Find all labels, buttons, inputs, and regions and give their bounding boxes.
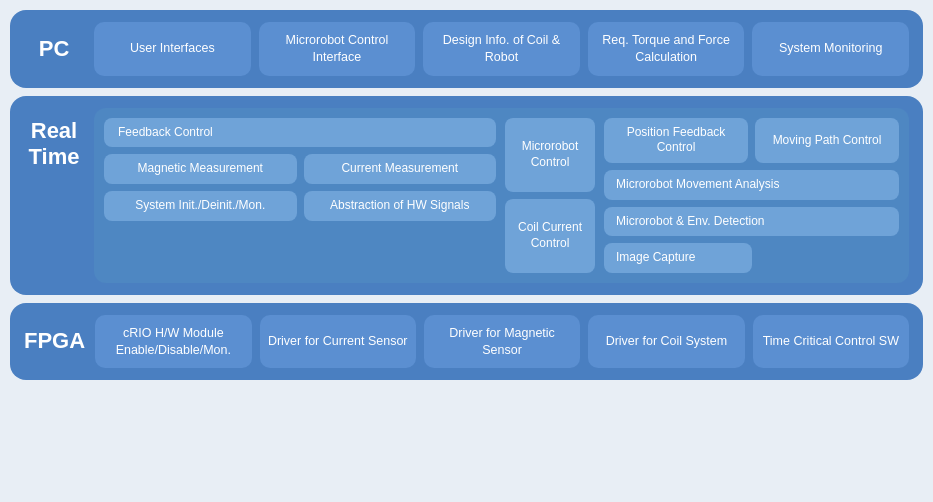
rt-row2: Magnetic Measurement Current Measurement <box>104 154 496 184</box>
rt-right: Position Feedback Control Moving Path Co… <box>604 118 899 273</box>
pc-content: User Interfaces Microrobot Control Inter… <box>94 22 909 76</box>
fpga-box-driver-coil: Driver for Coil System <box>588 315 744 369</box>
rt-row3: System Init./Deinit./Mon. Abstraction of… <box>104 191 496 221</box>
pc-box-design-info: Design Info. of Coil & Robot <box>423 22 580 76</box>
fpga-layer: FPGA cRIO H/W Module Enable/Disable/Mon.… <box>10 303 923 381</box>
pc-label: PC <box>24 22 84 76</box>
rt-microrobot-control: Microrobot Control <box>505 118 595 192</box>
rt-magnetic: Magnetic Measurement <box>104 154 297 184</box>
realtime-inner: Feedback Control Magnetic Measurement Cu… <box>94 108 909 283</box>
pc-box-system-monitoring: System Monitoring <box>752 22 909 76</box>
realtime-label: Real Time <box>24 108 84 171</box>
rt-right-top: Position Feedback Control Moving Path Co… <box>604 118 899 163</box>
pc-box-microrobot-control-interface: Microrobot Control Interface <box>259 22 416 76</box>
fpga-label: FPGA <box>24 315 85 369</box>
rt-image-capture: Image Capture <box>604 243 752 273</box>
realtime-layer: Real Time Feedback Control Magnetic Meas… <box>10 96 923 295</box>
rt-microrobot-env: Microrobot & Env. Detection <box>604 207 899 237</box>
fpga-box-driver-current: Driver for Current Sensor <box>260 315 416 369</box>
rt-position-feedback: Position Feedback Control <box>604 118 748 163</box>
rt-microrobot-movement: Microrobot Movement Analysis <box>604 170 899 200</box>
rt-feedback-control: Feedback Control <box>104 118 496 148</box>
fpga-box-crio: cRIO H/W Module Enable/Disable/Mon. <box>95 315 251 369</box>
pc-box-req-torque: Req. Torque and Force Calculation <box>588 22 745 76</box>
pc-box-user-interfaces: User Interfaces <box>94 22 251 76</box>
rt-abstraction-hw: Abstraction of HW Signals <box>304 191 497 221</box>
rt-moving-path: Moving Path Control <box>755 118 899 163</box>
fpga-box-time-critical: Time Critical Control SW <box>753 315 909 369</box>
pc-layer: PC User Interfaces Microrobot Control In… <box>10 10 923 88</box>
fpga-box-driver-magnetic: Driver for Magnetic Sensor <box>424 315 580 369</box>
rt-coil-current-control: Coil Current Control <box>505 199 595 273</box>
rt-left: Feedback Control Magnetic Measurement Cu… <box>104 118 496 273</box>
fpga-content: cRIO H/W Module Enable/Disable/Mon. Driv… <box>95 315 909 369</box>
rt-middle: Microrobot Control Coil Current Control <box>505 118 595 273</box>
rt-current: Current Measurement <box>304 154 497 184</box>
rt-system-init: System Init./Deinit./Mon. <box>104 191 297 221</box>
